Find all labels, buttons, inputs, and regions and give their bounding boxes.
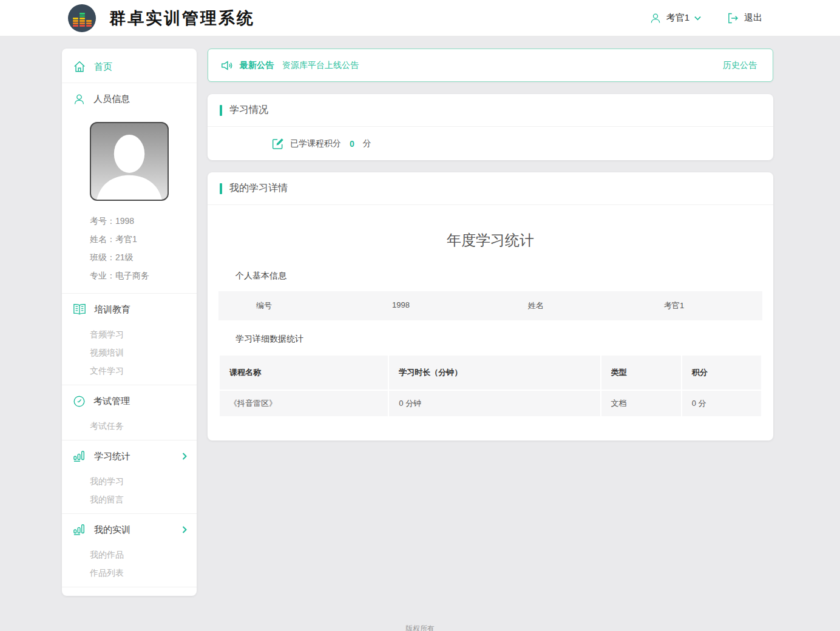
col-type: 类型	[601, 356, 681, 390]
basic-id-label: 编号	[218, 291, 354, 320]
col-study-minutes: 学习时长（分钟）	[389, 356, 600, 390]
user-name: 考官1	[666, 12, 689, 24]
bar-chart-icon	[73, 450, 86, 462]
chevron-down-icon	[694, 16, 701, 21]
sidebar-item-my-practice[interactable]: 我的实训	[62, 514, 197, 545]
speaker-icon	[220, 59, 234, 72]
latest-announcement-label: 最新公告	[240, 60, 274, 71]
cell-points: 0 分	[682, 391, 761, 416]
logout-label: 退出	[744, 12, 762, 24]
book-icon	[73, 303, 86, 316]
accent-bar	[220, 105, 222, 116]
stats-label: 学习详细数据统计	[235, 334, 761, 345]
table-row: 《抖音雷区》 0 分钟 文档 0 分	[220, 391, 761, 416]
logout-button[interactable]: 退出	[727, 12, 762, 24]
sidebar-item-profile[interactable]: 人员信息	[62, 83, 197, 115]
menu-label: 学习统计	[94, 451, 130, 462]
sidebar-item-my-study[interactable]: 我的学习	[62, 472, 197, 490]
study-status-header: 学习情况	[208, 94, 773, 127]
menu-group-exam: 考试管理 考试任务	[62, 385, 197, 440]
user-icon	[649, 12, 662, 24]
cell-study-minutes: 0 分钟	[389, 391, 600, 416]
menu-label: 考试管理	[93, 396, 130, 407]
basic-name-value: 考官1	[626, 291, 762, 320]
divider	[62, 587, 197, 587]
score-value: 0	[350, 139, 354, 149]
cell-course-name: 《抖音雷区》	[220, 391, 388, 416]
menu-label: 我的实训	[94, 524, 130, 536]
study-detail-title: 我的学习详情	[229, 182, 288, 195]
sidebar-item-file-study[interactable]: 文件学习	[62, 362, 197, 380]
menu-group-my-practice: 我的实训 我的作品 作品列表	[62, 514, 197, 587]
sidebar-item-home[interactable]: 首页	[62, 51, 197, 83]
sidebar-item-exam[interactable]: 考试管理	[62, 385, 197, 417]
chevron-right-icon	[182, 526, 187, 533]
user-menu[interactable]: 考官1	[649, 12, 701, 24]
score-unit: 分	[363, 138, 371, 149]
report-title: 年度学习统计	[218, 231, 762, 250]
accent-bar	[220, 183, 222, 194]
home-label: 首页	[94, 61, 112, 73]
clock-icon	[73, 395, 86, 408]
sidebar-item-training[interactable]: 培训教育	[62, 294, 197, 325]
app-logo-equalizer-icon	[68, 4, 96, 32]
sidebar: 首页 人员信息 考号：1998 姓名：考官1 班级：21级 专业：电子商务 培训…	[62, 49, 197, 596]
announcement-bar: 最新公告 资源库平台上线公告 历史公告	[208, 49, 773, 82]
table-header-row: 课程名称 学习时长（分钟） 类型 积分	[220, 356, 761, 390]
logout-icon	[727, 12, 739, 24]
score-label: 已学课程积分	[290, 138, 341, 149]
profile-name: 姓名：考官1	[90, 230, 197, 248]
study-status-title: 学习情况	[229, 104, 268, 116]
basic-id-value: 1998	[354, 291, 490, 320]
copyright-cn: 版权所有	[0, 624, 840, 631]
cell-type: 文档	[601, 391, 681, 416]
menu-group-study-stats: 学习统计 我的学习 我的留言	[62, 440, 197, 513]
sidebar-item-my-works[interactable]: 我的作品	[62, 545, 197, 564]
app-title: 群卓实训管理系统	[109, 7, 255, 29]
edit-icon	[272, 138, 284, 150]
profile-label: 人员信息	[93, 93, 130, 105]
topbar-right: 考官1 退出	[649, 12, 762, 24]
sidebar-item-works-list[interactable]: 作品列表	[62, 564, 197, 582]
study-status-card: 学习情况 已学课程积分 0 分	[208, 94, 773, 160]
top-bar: 群卓实训管理系统 考官1 退出	[0, 0, 840, 36]
sidebar-item-exam-tasks[interactable]: 考试任务	[62, 417, 197, 435]
col-points: 积分	[682, 356, 761, 390]
chevron-right-icon	[182, 453, 187, 460]
profile-major: 专业：电子商务	[90, 266, 197, 285]
study-status-body: 已学课程积分 0 分	[208, 127, 773, 160]
menu-group-training: 培训教育 音频学习 视频培训 文件学习	[62, 294, 197, 385]
basic-name-label: 姓名	[490, 291, 626, 320]
main-content: 最新公告 资源库平台上线公告 历史公告 学习情况 已学课程积分 0 分 我的学习…	[208, 49, 773, 453]
profile-exam-no: 考号：1998	[90, 212, 197, 230]
avatar	[90, 122, 169, 201]
bar-chart-icon	[73, 524, 86, 536]
profile-class: 班级：21级	[90, 248, 197, 266]
sidebar-item-study-stats[interactable]: 学习统计	[62, 440, 197, 472]
page-footer: 版权所有 ©Copyright 2009 - 2020. 56sucai.com…	[0, 596, 840, 631]
history-announcements-link[interactable]: 历史公告	[723, 60, 757, 71]
sidebar-item-my-messages[interactable]: 我的留言	[62, 490, 197, 508]
study-detail-body: 年度学习统计 个人基本信息 编号 1998 姓名 考官1 学习详细数据统计 课程…	[208, 205, 773, 440]
col-course-name: 课程名称	[220, 356, 388, 390]
basic-info-label: 个人基本信息	[235, 271, 761, 282]
announcement-link[interactable]: 资源库平台上线公告	[282, 60, 359, 71]
study-detail-card: 我的学习详情 年度学习统计 个人基本信息 编号 1998 姓名 考官1 学习详细…	[208, 172, 773, 440]
study-detail-header: 我的学习详情	[208, 172, 773, 205]
home-icon	[73, 60, 86, 73]
menu-label: 培训教育	[94, 304, 130, 316]
study-stats-table: 课程名称 学习时长（分钟） 类型 积分 《抖音雷区》 0 分钟 文档 0 分	[218, 354, 762, 417]
basic-info-row: 编号 1998 姓名 考官1	[218, 291, 762, 320]
sidebar-item-audio-study[interactable]: 音频学习	[62, 325, 197, 343]
avatar-silhouette	[91, 123, 168, 200]
person-icon	[73, 93, 86, 106]
sidebar-item-video-training[interactable]: 视频培训	[62, 343, 197, 362]
brand: 群卓实训管理系统	[68, 4, 255, 32]
profile-fields: 考号：1998 姓名：考官1 班级：21级 专业：电子商务	[62, 209, 197, 293]
